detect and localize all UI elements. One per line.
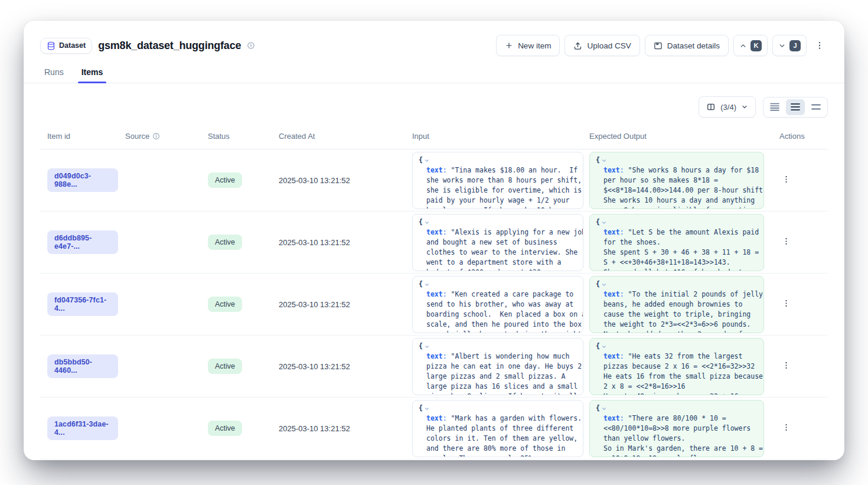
tab-items[interactable]: Items bbox=[80, 66, 105, 83]
next-item-button[interactable]: J bbox=[772, 35, 807, 56]
input-code[interactable]: { text: "Mark has a garden with flowers.… bbox=[412, 400, 583, 457]
status-cell: Active bbox=[201, 421, 272, 436]
plus-icon bbox=[505, 41, 513, 50]
collapse-chevron-icon[interactable] bbox=[424, 406, 430, 412]
collapse-chevron-icon[interactable] bbox=[601, 344, 607, 350]
row-height-segmented-control bbox=[763, 97, 828, 118]
item-id-badge[interactable]: fd047356-7fc1-4... bbox=[47, 292, 118, 316]
created-at-cell: 2025-03-10 13:21:52 bbox=[272, 361, 405, 372]
collapse-chevron-icon[interactable] bbox=[424, 344, 430, 350]
output-code[interactable]: { text: "She works 8 hours a day for $18… bbox=[589, 152, 764, 209]
json-open-brace: { bbox=[419, 218, 577, 227]
output-json-text: text: "There are 80/100 * 10 = <<80/100*… bbox=[596, 414, 758, 457]
density-expanded-icon bbox=[811, 103, 821, 111]
collapse-chevron-icon[interactable] bbox=[601, 158, 607, 164]
input-cell: { text: "Albert is wondering how much pi… bbox=[405, 338, 582, 395]
table-row[interactable]: d6ddb895-e4e7-... Active 2025-03-10 13:2… bbox=[40, 211, 828, 274]
row-height-large-button[interactable] bbox=[807, 99, 825, 115]
created-at-cell: 2025-03-10 13:21:52 bbox=[272, 423, 405, 434]
output-code[interactable]: { text: "Let S be the amount Alexis paid… bbox=[589, 214, 764, 271]
expected-output-cell: { text: "There are 80/100 * 10 = <<80/10… bbox=[582, 400, 763, 457]
new-item-label: New item bbox=[518, 41, 551, 50]
table-row[interactable]: db5bbd50-4460... Active 2025-03-10 13:21… bbox=[40, 336, 828, 398]
page-title: gsm8k_dataset_huggingface bbox=[98, 40, 241, 52]
output-code[interactable]: { text: "There are 80/100 * 10 = <<80/10… bbox=[589, 400, 764, 457]
chevron-down-icon bbox=[741, 103, 748, 110]
input-cell: { text: "Alexis is applying for a new jo… bbox=[405, 214, 582, 271]
json-open-brace: { bbox=[419, 280, 577, 289]
table-row[interactable]: fd047356-7fc1-4... Active 2025-03-10 13:… bbox=[40, 274, 828, 336]
shortcut-k-chip: K bbox=[750, 40, 762, 51]
header-more-actions-button[interactable] bbox=[811, 35, 828, 56]
created-at-value: 2025-03-10 13:21:52 bbox=[279, 300, 350, 309]
collapse-chevron-icon[interactable] bbox=[601, 406, 607, 412]
input-json-text: text: "Alexis is applying for a new job … bbox=[419, 227, 577, 271]
dataset-details-label: Dataset details bbox=[667, 41, 720, 50]
json-open-brace: { bbox=[596, 280, 758, 289]
item-id-badge[interactable]: db5bbd50-4460... bbox=[47, 354, 118, 378]
row-actions-button[interactable] bbox=[779, 421, 793, 436]
upload-icon bbox=[573, 41, 582, 50]
source-info-icon[interactable] bbox=[152, 132, 160, 140]
actions-cell bbox=[763, 421, 828, 436]
json-open-brace: { bbox=[596, 404, 758, 414]
status-cell: Active bbox=[201, 297, 272, 312]
upload-csv-button[interactable]: Upload CSV bbox=[564, 35, 639, 56]
dataset-badge-label: Dataset bbox=[59, 41, 86, 50]
chevron-down-icon bbox=[778, 42, 786, 50]
output-code[interactable]: { text: "He eats 32 from the largest piz… bbox=[589, 338, 764, 395]
input-code[interactable]: { text: "Albert is wondering how much pi… bbox=[412, 338, 583, 395]
input-code[interactable]: { text: "Ken created a care package to s… bbox=[412, 276, 583, 333]
columns-visibility-button[interactable]: (3/4) bbox=[699, 96, 756, 118]
row-height-medium-button[interactable] bbox=[786, 99, 805, 115]
status-badge: Active bbox=[208, 235, 242, 250]
output-json-text: text: "He eats 32 from the largest pizza… bbox=[596, 351, 758, 395]
output-json-text: text: "Let S be the amount Alexis paid f… bbox=[596, 227, 758, 271]
kebab-menu-icon bbox=[782, 175, 791, 184]
density-default-icon bbox=[791, 103, 800, 111]
input-json-text: text: "Tina makes $18.00 an hour. If she… bbox=[419, 165, 577, 209]
input-code[interactable]: { text: "Alexis is applying for a new jo… bbox=[412, 214, 583, 271]
row-actions-button[interactable] bbox=[779, 235, 793, 250]
row-height-small-button[interactable] bbox=[765, 99, 784, 115]
column-header-expected-output: Expected Output bbox=[582, 132, 763, 141]
kebab-menu-icon bbox=[782, 237, 791, 246]
tab-runs[interactable]: Runs bbox=[43, 66, 65, 83]
new-item-button[interactable]: New item bbox=[496, 35, 560, 56]
collapse-chevron-icon[interactable] bbox=[601, 220, 607, 226]
collapse-chevron-icon[interactable] bbox=[601, 282, 607, 288]
items-table: Item id Source Status Created At Input E… bbox=[40, 125, 828, 460]
dataset-type-badge: Dataset bbox=[40, 38, 92, 54]
collapse-chevron-icon[interactable] bbox=[424, 158, 430, 164]
row-actions-button[interactable] bbox=[779, 172, 793, 188]
table-row[interactable]: d049d0c3-988e... Active 2025-03-10 13:21… bbox=[40, 149, 828, 211]
input-cell: { text: "Ken created a care package to s… bbox=[405, 276, 582, 333]
dataset-details-button[interactable]: Dataset details bbox=[645, 35, 729, 56]
actions-cell bbox=[763, 172, 828, 188]
expected-output-cell: { text: "To the initial 2 pounds of jell… bbox=[582, 276, 763, 333]
item-id-badge[interactable]: d6ddb895-e4e7-... bbox=[47, 230, 118, 254]
output-code[interactable]: { text: "To the initial 2 pounds of jell… bbox=[589, 276, 764, 333]
item-id-cell: 1acd6f31-3dae-4... bbox=[40, 416, 118, 440]
collapse-chevron-icon[interactable] bbox=[424, 282, 430, 288]
dataset-details-icon bbox=[654, 41, 663, 50]
collapse-chevron-icon[interactable] bbox=[424, 220, 430, 226]
input-code[interactable]: { text: "Tina makes $18.00 an hour. If s… bbox=[412, 152, 583, 209]
title-info-icon[interactable] bbox=[247, 41, 255, 50]
chevron-up-icon bbox=[739, 42, 747, 50]
item-id-cell: d6ddb895-e4e7-... bbox=[40, 230, 118, 254]
created-at-cell: 2025-03-10 13:21:52 bbox=[272, 299, 405, 310]
input-json-text: text: "Albert is wondering how much pizz… bbox=[419, 351, 577, 395]
item-id-badge[interactable]: d049d0c3-988e... bbox=[47, 168, 118, 192]
item-id-badge[interactable]: 1acd6f31-3dae-4... bbox=[47, 416, 118, 440]
table-row[interactable]: 1acd6f31-3dae-4... Active 2025-03-10 13:… bbox=[40, 398, 828, 460]
row-actions-button[interactable] bbox=[779, 359, 793, 374]
created-at-cell: 2025-03-10 13:21:52 bbox=[272, 237, 405, 248]
previous-item-button[interactable]: K bbox=[733, 35, 768, 56]
column-header-input: Input bbox=[405, 132, 582, 141]
column-header-created-at: Created At bbox=[272, 132, 405, 141]
row-actions-button[interactable] bbox=[779, 297, 793, 312]
created-at-cell: 2025-03-10 13:21:52 bbox=[272, 175, 405, 185]
item-id-cell: fd047356-7fc1-4... bbox=[40, 292, 118, 316]
status-cell: Active bbox=[201, 235, 272, 250]
